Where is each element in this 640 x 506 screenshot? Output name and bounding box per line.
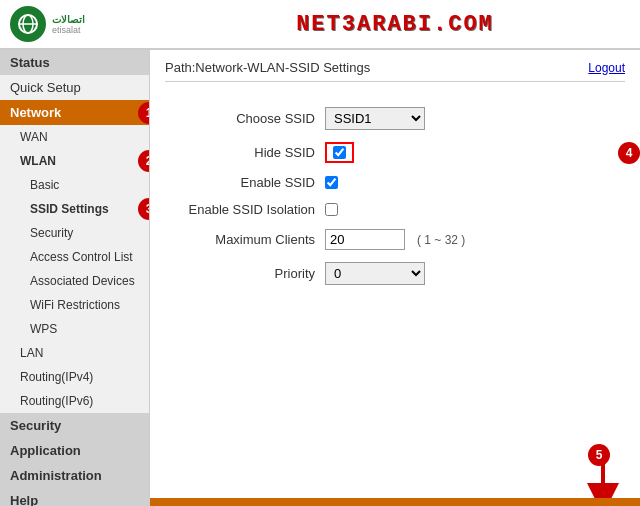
priority-row: Priority 0 1 2 3	[165, 262, 625, 285]
sidebar-item-administration[interactable]: Administration	[0, 463, 149, 488]
sidebar-item-wlan[interactable]: WLAN 2	[0, 149, 149, 173]
content-area: Path:Network-WLAN-SSID Settings Logout C…	[150, 50, 640, 506]
sidebar-item-security[interactable]: Security	[0, 413, 149, 438]
badge-3: 3	[138, 198, 150, 220]
logo-icon	[10, 6, 46, 42]
choose-ssid-label: Choose SSID	[165, 111, 325, 126]
enable-ssid-checkbox[interactable]	[325, 176, 338, 189]
header: اتصالات etisalat NET3ARABI.COM	[0, 0, 640, 50]
sidebar-item-routing-ipv4[interactable]: Routing(IPv4)	[0, 365, 149, 389]
sidebar-item-lan[interactable]: LAN	[0, 341, 149, 365]
enable-ssid-control	[325, 176, 338, 189]
sidebar-item-basic[interactable]: Basic	[0, 173, 149, 197]
sidebar-item-status[interactable]: Status	[0, 50, 149, 75]
logo-area: اتصالات etisalat	[10, 6, 160, 42]
choose-ssid-select[interactable]: SSID1 SSID2 SSID3 SSID4	[325, 107, 425, 130]
hide-ssid-row: Hide SSID 4	[165, 142, 625, 163]
form-area: Choose SSID SSID1 SSID2 SSID3 SSID4 Hide…	[165, 97, 625, 307]
ssid-isolation-checkbox[interactable]	[325, 203, 338, 216]
badge-2: 2	[138, 150, 150, 172]
ssid-isolation-row: Enable SSID Isolation	[165, 202, 625, 217]
sidebar-item-wps[interactable]: WPS	[0, 317, 149, 341]
logout-link[interactable]: Logout	[588, 61, 625, 75]
main-layout: Status Quick Setup Network 1 WAN WLAN 2 …	[0, 50, 640, 506]
hide-ssid-label: Hide SSID	[165, 145, 325, 160]
ssid-isolation-control	[325, 203, 338, 216]
enable-ssid-row: Enable SSID	[165, 175, 625, 190]
sidebar-item-acl[interactable]: Access Control List	[0, 245, 149, 269]
choose-ssid-control: SSID1 SSID2 SSID3 SSID4	[325, 107, 425, 130]
enable-ssid-label: Enable SSID	[165, 175, 325, 190]
priority-label: Priority	[165, 266, 325, 281]
sidebar-item-security-sub[interactable]: Security	[0, 221, 149, 245]
sidebar: Status Quick Setup Network 1 WAN WLAN 2 …	[0, 50, 150, 506]
max-clients-hint: ( 1 ~ 32 )	[417, 233, 465, 247]
hide-ssid-box	[325, 142, 354, 163]
bottom-bar	[150, 498, 640, 506]
max-clients-row: Maximum Clients ( 1 ~ 32 )	[165, 229, 625, 250]
path-text: Path:Network-WLAN-SSID Settings	[165, 60, 370, 75]
content-header: Path:Network-WLAN-SSID Settings Logout	[165, 60, 625, 82]
sidebar-item-associated[interactable]: Associated Devices	[0, 269, 149, 293]
logo-text: اتصالات etisalat	[52, 14, 85, 35]
hide-ssid-checkbox[interactable]	[333, 146, 346, 159]
sidebar-item-routing-ipv6[interactable]: Routing(IPv6)	[0, 389, 149, 413]
max-clients-label: Maximum Clients	[165, 232, 325, 247]
sidebar-item-help[interactable]: Help	[0, 488, 149, 506]
priority-control: 0 1 2 3	[325, 262, 425, 285]
hide-ssid-control: 4	[325, 142, 354, 163]
choose-ssid-row: Choose SSID SSID1 SSID2 SSID3 SSID4	[165, 107, 625, 130]
sidebar-item-quick-setup[interactable]: Quick Setup	[0, 75, 149, 100]
priority-select[interactable]: 0 1 2 3	[325, 262, 425, 285]
sidebar-item-wifi-restrictions[interactable]: WiFi Restrictions	[0, 293, 149, 317]
badge-4: 4	[618, 142, 640, 164]
max-clients-control: ( 1 ~ 32 )	[325, 229, 465, 250]
sidebar-item-application[interactable]: Application	[0, 438, 149, 463]
site-title: NET3ARABI.COM	[160, 12, 630, 37]
sidebar-item-wan[interactable]: WAN	[0, 125, 149, 149]
max-clients-input[interactable]	[325, 229, 405, 250]
badge-1: 1	[138, 102, 150, 124]
sidebar-item-ssid-settings[interactable]: SSID Settings 3	[0, 197, 149, 221]
badge-5: 5	[588, 444, 610, 466]
badge-5-area: 5	[588, 444, 610, 466]
ssid-isolation-label: Enable SSID Isolation	[165, 202, 325, 217]
sidebar-item-network[interactable]: Network 1	[0, 100, 149, 125]
